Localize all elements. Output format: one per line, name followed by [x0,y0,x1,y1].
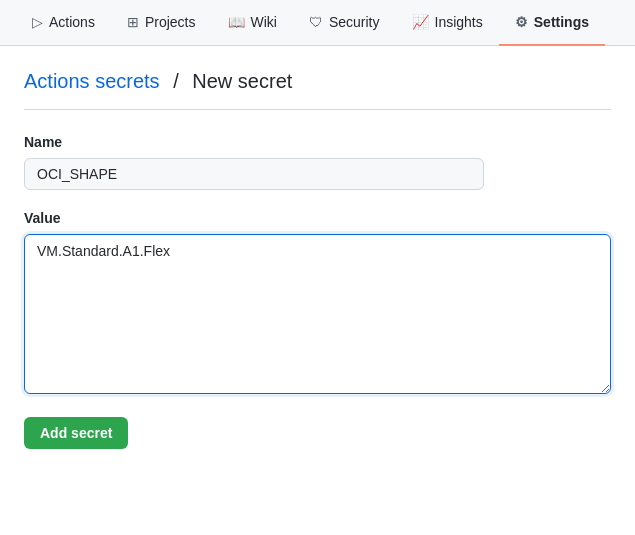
tab-settings[interactable]: ⚙ Settings [499,0,605,46]
name-label: Name [24,134,611,150]
nav-tabs: ▷ Actions ⊞ Projects 📖 Wiki 🛡 Security 📈… [0,0,635,46]
tab-security-label: Security [329,14,380,30]
name-field-group: Name [24,134,611,190]
tab-insights[interactable]: 📈 Insights [396,0,499,46]
breadcrumb-separator: / [173,70,179,92]
security-icon: 🛡 [309,14,323,30]
actions-icon: ▷ [32,14,43,30]
value-textarea[interactable]: VM.Standard.A1.Flex [24,234,611,394]
main-content: Actions secrets / New secret Name Value … [0,46,635,473]
tab-wiki-label: Wiki [251,14,277,30]
tab-projects[interactable]: ⊞ Projects [111,0,212,46]
breadcrumb-current: New secret [192,70,292,92]
tab-wiki[interactable]: 📖 Wiki [212,0,293,46]
name-input[interactable] [24,158,484,190]
tab-security[interactable]: 🛡 Security [293,0,396,46]
tab-actions-label: Actions [49,14,95,30]
projects-icon: ⊞ [127,14,139,30]
add-secret-button[interactable]: Add secret [24,417,128,449]
tab-settings-label: Settings [534,14,589,30]
page-title: Actions secrets / New secret [24,70,611,110]
insights-icon: 📈 [412,14,429,30]
value-field-group: Value VM.Standard.A1.Flex [24,210,611,397]
settings-icon: ⚙ [515,14,528,30]
textarea-wrapper: VM.Standard.A1.Flex [24,234,611,397]
value-label: Value [24,210,611,226]
tab-actions[interactable]: ▷ Actions [16,0,111,46]
breadcrumb-link[interactable]: Actions secrets [24,70,160,92]
wiki-icon: 📖 [228,14,245,30]
tab-projects-label: Projects [145,14,196,30]
tab-insights-label: Insights [435,14,483,30]
